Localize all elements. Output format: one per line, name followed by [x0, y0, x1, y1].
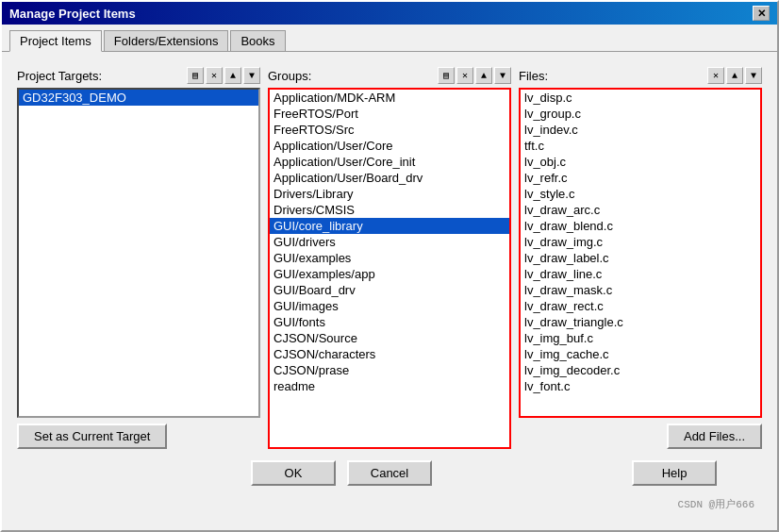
list-item[interactable]: lv_draw_img.c: [521, 234, 760, 250]
targets-down-icon[interactable]: ▼: [243, 67, 260, 84]
watermark: CSDN @用户666: [17, 497, 762, 515]
list-item[interactable]: lv_draw_triangle.c: [521, 314, 760, 330]
targets-listbox[interactable]: GD32F303_DEMO: [17, 88, 260, 418]
list-item[interactable]: Drivers/CMSIS: [270, 202, 509, 218]
groups-down-icon[interactable]: ▼: [494, 67, 511, 84]
list-item[interactable]: lv_group.c: [521, 106, 760, 122]
list-item[interactable]: CJSON/prase: [270, 362, 509, 378]
list-item[interactable]: lv_style.c: [521, 186, 760, 202]
add-files-button[interactable]: Add Files...: [667, 424, 762, 449]
set-current-target-button[interactable]: Set as Current Target: [17, 424, 167, 449]
list-item[interactable]: lv_indev.c: [521, 122, 760, 138]
groups-header: Groups: ▤ ✕ ▲ ▼: [268, 67, 511, 84]
list-item[interactable]: GUI/examples: [270, 250, 509, 266]
help-button[interactable]: Help: [632, 460, 717, 486]
files-header: Files: ✕ ▲ ▼: [519, 67, 762, 84]
list-item[interactable]: lv_draw_blend.c: [521, 218, 760, 234]
groups-new-icon[interactable]: ▤: [438, 67, 455, 84]
targets-delete-icon[interactable]: ✕: [206, 67, 223, 84]
list-item[interactable]: GUI/core_library: [270, 218, 509, 234]
files-up-icon[interactable]: ▲: [726, 67, 743, 84]
groups-up-icon[interactable]: ▲: [475, 67, 492, 84]
close-button[interactable]: ✕: [753, 6, 770, 21]
files-icons: ✕ ▲ ▼: [707, 67, 762, 84]
list-item[interactable]: lv_img_cache.c: [521, 346, 760, 362]
list-item[interactable]: lv_draw_label.c: [521, 250, 760, 266]
files-panel: Files: ✕ ▲ ▼ lv_disp.clv_group.clv_indev…: [519, 67, 762, 449]
groups-label: Groups:: [268, 69, 311, 83]
list-item[interactable]: Application/User/Core_init: [270, 154, 509, 170]
groups-delete-icon[interactable]: ✕: [456, 67, 473, 84]
groups-icons: ▤ ✕ ▲ ▼: [438, 67, 511, 84]
targets-label: Project Targets:: [17, 69, 102, 83]
list-item[interactable]: Application/MDK-ARM: [270, 90, 509, 106]
list-item[interactable]: GUI/fonts: [270, 314, 509, 330]
list-item[interactable]: GUI/examples/app: [270, 266, 509, 282]
tab-folders-extensions[interactable]: Folders/Extensions: [104, 30, 229, 51]
list-item[interactable]: lv_obj.c: [521, 154, 760, 170]
list-item[interactable]: FreeRTOS/Port: [270, 106, 509, 122]
footer-buttons: OK Cancel Help: [17, 449, 762, 497]
panels-container: Project Targets: ▤ ✕ ▲ ▼ GD32F303_DEMO S…: [17, 67, 762, 449]
groups-listbox[interactable]: Application/MDK-ARMFreeRTOS/PortFreeRTOS…: [268, 88, 511, 449]
list-item[interactable]: Application/User/Board_drv: [270, 170, 509, 186]
list-item[interactable]: lv_draw_line.c: [521, 266, 760, 282]
list-item[interactable]: lv_draw_arc.c: [521, 202, 760, 218]
tab-books[interactable]: Books: [230, 30, 285, 51]
files-down-icon[interactable]: ▼: [745, 67, 762, 84]
list-item[interactable]: tft.c: [521, 138, 760, 154]
list-item[interactable]: lv_draw_mask.c: [521, 282, 760, 298]
manage-project-dialog: Manage Project Items ✕ Project Items Fol…: [0, 0, 779, 532]
list-item[interactable]: lv_img_buf.c: [521, 330, 760, 346]
list-item[interactable]: CJSON/characters: [270, 346, 509, 362]
list-item[interactable]: readme: [270, 378, 509, 394]
files-delete-icon[interactable]: ✕: [707, 67, 724, 84]
files-label: Files:: [519, 69, 548, 83]
list-item[interactable]: lv_img_decoder.c: [521, 362, 760, 378]
title-bar: Manage Project Items ✕: [2, 2, 777, 25]
list-item[interactable]: Drivers/Library: [270, 186, 509, 202]
targets-icons: ▤ ✕ ▲ ▼: [187, 67, 260, 84]
list-item[interactable]: lv_refr.c: [521, 170, 760, 186]
list-item[interactable]: lv_font.c: [521, 378, 760, 394]
targets-panel: Project Targets: ▤ ✕ ▲ ▼ GD32F303_DEMO S…: [17, 67, 260, 449]
cancel-button[interactable]: Cancel: [347, 460, 432, 486]
list-item[interactable]: GUI/images: [270, 298, 509, 314]
tab-bar: Project Items Folders/Extensions Books: [2, 25, 777, 52]
files-listbox[interactable]: lv_disp.clv_group.clv_indev.ctft.clv_obj…: [519, 88, 762, 418]
dialog-title: Manage Project Items: [9, 7, 136, 21]
dialog-content: Project Targets: ▤ ✕ ▲ ▼ GD32F303_DEMO S…: [2, 52, 777, 530]
list-item[interactable]: GUI/Board_drv: [270, 282, 509, 298]
list-item[interactable]: CJSON/Source: [270, 330, 509, 346]
targets-up-icon[interactable]: ▲: [224, 67, 241, 84]
tab-project-items[interactable]: Project Items: [9, 30, 102, 52]
list-item[interactable]: GUI/drivers: [270, 234, 509, 250]
list-item[interactable]: Application/User/Core: [270, 138, 509, 154]
list-item[interactable]: GD32F303_DEMO: [19, 90, 258, 106]
targets-header: Project Targets: ▤ ✕ ▲ ▼: [17, 67, 260, 84]
ok-button[interactable]: OK: [251, 460, 336, 486]
targets-new-icon[interactable]: ▤: [187, 67, 204, 84]
list-item[interactable]: FreeRTOS/Src: [270, 122, 509, 138]
list-item[interactable]: lv_disp.c: [521, 90, 760, 106]
list-item[interactable]: lv_draw_rect.c: [521, 298, 760, 314]
groups-panel: Groups: ▤ ✕ ▲ ▼ Application/MDK-ARMFreeR…: [268, 67, 511, 449]
